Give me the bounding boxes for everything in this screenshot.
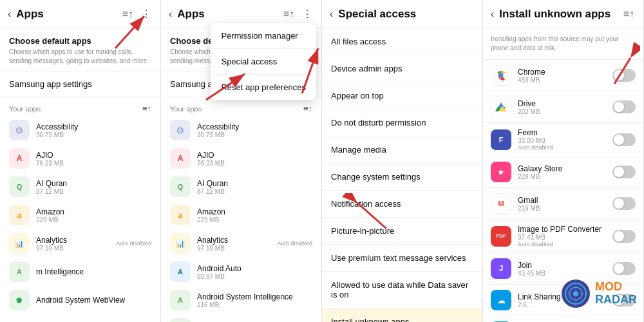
app-info: Amazon 229 MB (197, 207, 312, 223)
app-size: 33.00 MB (518, 137, 606, 144)
panel4-back-button[interactable]: ‹ (491, 8, 494, 20)
list-item[interactable]: a Amazon 229 MB (161, 201, 321, 229)
img2pdf-toggle[interactable] (612, 230, 636, 243)
gmail-icon: M (491, 193, 511, 214)
panel1-title: Apps (16, 8, 120, 21)
gmail-toggle-item[interactable]: M Gmail 219 MB (483, 188, 643, 220)
watermark-logo-icon (560, 278, 591, 309)
ajio-icon: A (9, 148, 30, 169)
list-item[interactable]: Q AI Quran 87.12 MB (161, 173, 321, 201)
gmail-toggle[interactable] (612, 197, 636, 210)
app-size: 219 MB (518, 205, 606, 212)
galaxy-store-toggle[interactable] (612, 166, 636, 178)
list-item[interactable]: A Android Auto 60.97 MB (161, 258, 321, 286)
feem-toggle[interactable] (612, 133, 636, 146)
all-files-access-item[interactable]: All files access (322, 28, 482, 55)
list-item[interactable]: A Android System Intelligence 116 MB (161, 286, 321, 314)
special-access-item[interactable]: Special access (211, 49, 316, 75)
aiquran2-icon: Q (170, 176, 191, 197)
chrome-info: Chrome 483 MB (518, 68, 606, 84)
device-admin-apps-item[interactable]: Device admin apps (322, 55, 482, 82)
myp-toggle-item[interactable]: M My P... (483, 316, 643, 322)
feem-info: Feem 33.00 MB Auto disabled (518, 128, 606, 151)
install-unknown-apps-item[interactable]: Install unknown apps (322, 308, 482, 322)
drive-toggle-item[interactable]: Drive 202 MB (483, 91, 643, 123)
samsung-settings-item[interactable]: Samsung app settings (0, 71, 160, 97)
join-toggle[interactable] (612, 262, 636, 275)
app-name: Gmail (518, 196, 606, 205)
chrome-toggle[interactable] (612, 69, 636, 82)
app-name: Analytics (36, 236, 109, 245)
app-info: AJIO 76.23 MB (197, 151, 312, 167)
disabled-label: Auto disabled (518, 144, 606, 151)
your-apps-header: Your apps ≡↑ (0, 97, 160, 116)
aswv-icon: ⬟ (9, 290, 30, 310)
list-item[interactable]: ⬟ Android System WebView (161, 314, 321, 322)
panel-4-install-unknown: ‹ Install unknown apps ≡↑ Installing app… (483, 0, 644, 322)
amazon2-icon: a (170, 205, 191, 225)
app-name: Amazon (197, 207, 312, 216)
list-item[interactable]: ⊙ Accessibility 30.75 MB (0, 116, 160, 144)
do-not-disturb-item[interactable]: Do not disturb permission (322, 109, 482, 137)
list-item[interactable]: 📊 Analytics 97.10 MB Auto disabled (161, 229, 321, 258)
app-disabled-label: Auto disabled (116, 240, 151, 247)
sort-icon[interactable]: ≡↑ (121, 7, 135, 21)
list-item[interactable]: ⊙ Accessibility 30.75 MB (161, 116, 321, 144)
apps-sort-icon[interactable]: ≡↑ (142, 104, 151, 113)
app-name: Feem (518, 128, 606, 137)
change-system-settings-item[interactable]: Change system settings (322, 164, 482, 191)
app-name: Join (518, 261, 606, 270)
panel3-back-button[interactable]: ‹ (330, 8, 333, 20)
panel2-back-button[interactable]: ‹ (169, 8, 172, 20)
app-size: 483 MB (518, 77, 606, 84)
app-size: 30.75 MB (36, 131, 151, 138)
watermark-label: MOD RADAR (595, 281, 637, 307)
picture-in-picture-item[interactable]: Picture-in-picture (322, 218, 482, 245)
list-item[interactable]: A m Intelligence (0, 258, 160, 286)
reset-app-preferences-item[interactable]: Reset app preferences (211, 75, 316, 100)
app-name: Accessibility (197, 122, 312, 131)
list-item[interactable]: A AJIO 76.23 MB (0, 144, 160, 173)
chrome-toggle-item[interactable]: Chrome 483 MB (483, 60, 643, 91)
sort4-icon[interactable]: ≡↑ (622, 7, 636, 21)
join-icon: J (491, 258, 511, 279)
app-info: Analytics 97.10 MB (197, 236, 270, 252)
list-item[interactable]: ⬟ Android System WebView (0, 286, 160, 314)
galaxy-store-toggle-item[interactable]: ★ Galaxy Store 229 MB (483, 156, 643, 188)
apps-sort-icon2[interactable]: ≡↑ (303, 104, 312, 113)
app-size: 202 MB (518, 108, 606, 115)
img2pdf-toggle-item[interactable]: PDF Image to PDF Converter 37.41 MB Auto… (483, 220, 643, 253)
list-item[interactable]: A AJIO 76.23 MB (161, 144, 321, 173)
svg-point-9 (499, 73, 504, 78)
more-options-icon[interactable]: ⋮ (140, 6, 153, 21)
app-list-2: ⊙ Accessibility 30.75 MB A AJIO 76.23 MB… (161, 116, 321, 322)
app-size: 229 MB (36, 216, 151, 223)
permission-manager-item[interactable]: Permission manager (211, 23, 316, 49)
app-size: 87.12 MB (36, 188, 151, 195)
app-name: Android Auto (197, 264, 312, 273)
manage-media-item[interactable]: Manage media (322, 137, 482, 164)
app-name: Image to PDF Converter (518, 225, 606, 234)
data-saver-item[interactable]: Allowed to use data while Data saver is … (322, 272, 482, 308)
img2pdf-icon: PDF (491, 226, 511, 247)
app-info: AI Quran 87.12 MB (197, 179, 312, 195)
app-size: 116 MB (197, 301, 312, 308)
use-premium-sms-item[interactable]: Use premium text message services (322, 245, 482, 272)
list-item[interactable]: a Amazon 229 MB (0, 201, 160, 229)
notification-access-item[interactable]: Notification access (322, 191, 482, 218)
list-item[interactable]: Q AI Quran 87.12 MB (0, 173, 160, 201)
panel1-back-button[interactable]: ‹ (8, 8, 11, 20)
appear-on-top-item[interactable]: Appear on top (322, 82, 482, 109)
list-item[interactable]: 📊 Analytics 97.10 MB Auto disabled (0, 229, 160, 258)
app-list-1: ⊙ Accessibility 30.75 MB A AJIO 76.23 MB… (0, 116, 160, 314)
app-info: Android System WebView (36, 296, 151, 305)
feem-toggle-item[interactable]: F Feem 33.00 MB Auto disabled (483, 123, 643, 156)
drive-toggle[interactable] (612, 100, 636, 113)
sort2-icon[interactable]: ≡↑ (282, 7, 296, 21)
app-info: Android System Intelligence 116 MB (197, 292, 312, 308)
amazon-icon: a (9, 205, 30, 225)
choose-default-section[interactable]: Choose default apps Choose which apps to… (0, 28, 160, 71)
more-options2-icon[interactable]: ⋮ (301, 6, 314, 21)
app-name: m Intelligence (36, 267, 151, 276)
app-size: 76.23 MB (36, 160, 151, 167)
